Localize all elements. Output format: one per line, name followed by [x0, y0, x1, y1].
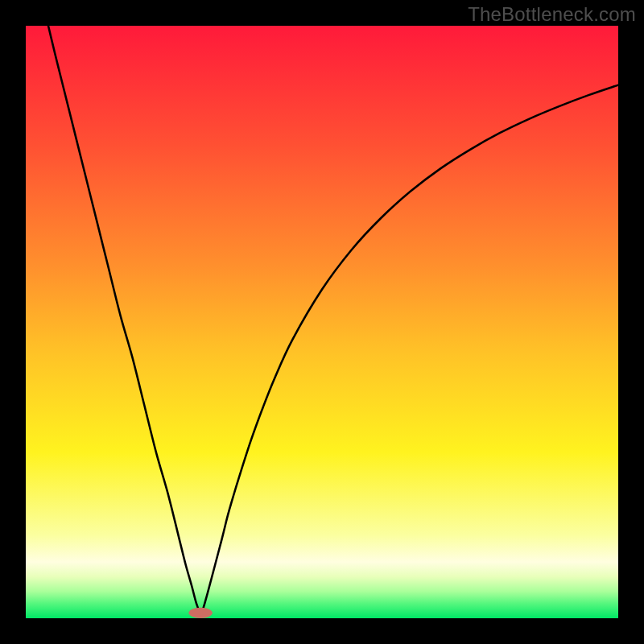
plot-area	[26, 26, 618, 618]
minimum-marker-icon	[188, 608, 212, 618]
watermark-text: TheBottleneck.com	[468, 3, 636, 26]
chart-frame: TheBottleneck.com	[0, 0, 644, 644]
curve-layer	[26, 26, 618, 618]
bottleneck-curve	[48, 26, 618, 613]
